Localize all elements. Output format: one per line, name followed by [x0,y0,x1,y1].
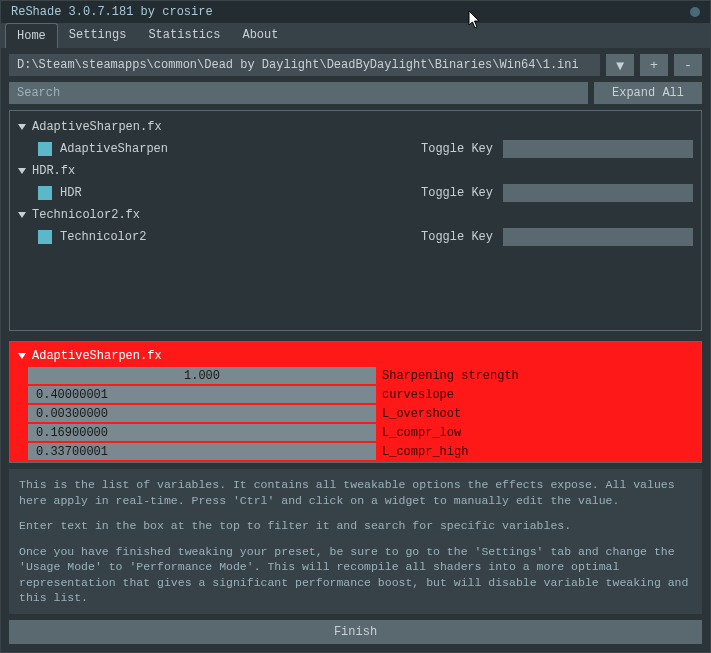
search-bar: Expand All [1,82,710,110]
help-text-panel: This is the list of variables. It contai… [9,469,702,614]
effect-checkbox[interactable] [38,230,52,244]
effect-group-technicolor2[interactable]: Technicolor2.fx [14,205,697,225]
preset-path-bar: ▼ + - [1,48,710,82]
tab-settings[interactable]: Settings [58,23,138,48]
effect-group-hdr[interactable]: HDR.fx [14,161,697,181]
effect-group-adaptivesharpen[interactable]: AdaptiveSharpen.fx [14,117,697,137]
help-paragraph: Enter text in the box at the top to filt… [19,518,692,534]
preset-remove-button[interactable]: - [674,54,702,76]
tab-bar: Home Settings Statistics About [1,23,710,48]
reshade-window: ReShade 3.0.7.181 by crosire Home Settin… [0,0,711,653]
effect-checkbox[interactable] [38,142,52,156]
effect-item-technicolor2: Technicolor2 Toggle Key [14,225,697,249]
variables-group-label: AdaptiveSharpen.fx [32,349,162,363]
variables-panel: AdaptiveSharpen.fx 1.000 Sharpening stre… [9,341,702,463]
help-paragraph: Once you have finished tweaking your pre… [19,544,692,606]
preset-path-input[interactable] [9,54,600,76]
variable-row: 0.40000001 curveslope [14,385,697,404]
variable-label: L_compr_low [382,426,461,440]
toggle-key-label: Toggle Key [421,186,493,200]
chevron-down-icon: ▼ [613,58,626,73]
finish-button[interactable]: Finish [9,620,702,644]
chevron-down-icon [18,353,26,359]
variable-value-slider[interactable]: 1.000 [28,367,376,384]
variable-label: L_compr_high [382,445,468,459]
toggle-key-input[interactable] [503,184,693,202]
variable-row: 0.33700001 L_compr_high [14,442,697,461]
tab-about[interactable]: About [231,23,289,48]
titlebar: ReShade 3.0.7.181 by crosire [1,1,710,23]
variable-row: 1.000 Sharpening strength [14,366,697,385]
variable-value-slider[interactable]: 0.00300000 [28,405,376,422]
effect-name-label: AdaptiveSharpen [60,142,168,156]
titlebar-indicator [690,7,700,17]
effect-file-label: AdaptiveSharpen.fx [32,120,162,134]
effect-name-label: Technicolor2 [60,230,146,244]
preset-dropdown-button[interactable]: ▼ [606,54,634,76]
effect-item-adaptivesharpen: AdaptiveSharpen Toggle Key [14,137,697,161]
effect-file-label: Technicolor2.fx [32,208,140,222]
tab-home[interactable]: Home [5,23,58,48]
effect-checkbox[interactable] [38,186,52,200]
effect-item-hdr: HDR Toggle Key [14,181,697,205]
effects-panel: AdaptiveSharpen.fx AdaptiveSharpen Toggl… [9,110,702,331]
chevron-down-icon [18,124,26,130]
variable-value-slider[interactable]: 0.40000001 [28,386,376,403]
variable-value-slider[interactable]: 0.16900000 [28,424,376,441]
variable-row: 0.00300000 L_overshoot [14,404,697,423]
window-title: ReShade 3.0.7.181 by crosire [11,5,213,19]
variable-label: L_overshoot [382,407,461,421]
variable-label: curveslope [382,388,454,402]
toggle-key-input[interactable] [503,228,693,246]
search-input[interactable] [9,82,588,104]
toggle-key-input[interactable] [503,140,693,158]
chevron-down-icon [18,212,26,218]
expand-all-button[interactable]: Expand All [594,82,702,104]
variable-row: 0.16900000 L_compr_low [14,423,697,442]
help-paragraph: This is the list of variables. It contai… [19,477,692,508]
tab-statistics[interactable]: Statistics [137,23,231,48]
variable-label: Sharpening strength [382,369,519,383]
toggle-key-label: Toggle Key [421,230,493,244]
effect-file-label: HDR.fx [32,164,75,178]
chevron-down-icon [18,168,26,174]
effect-name-label: HDR [60,186,82,200]
preset-add-button[interactable]: + [640,54,668,76]
toggle-key-label: Toggle Key [421,142,493,156]
variable-value-slider[interactable]: 0.33700001 [28,443,376,460]
variables-group-header[interactable]: AdaptiveSharpen.fx [14,346,697,366]
